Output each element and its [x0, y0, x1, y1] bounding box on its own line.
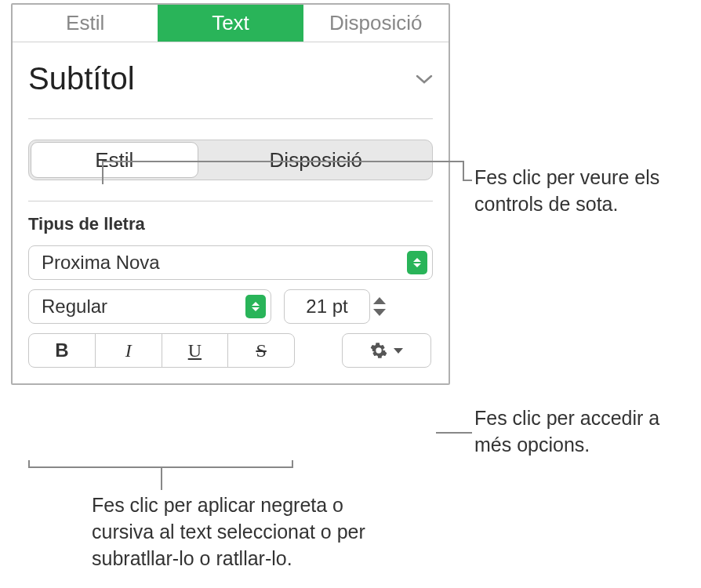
callout-leader	[436, 432, 472, 434]
popup-arrows-icon	[407, 251, 427, 274]
callout-style-buttons: Fes clic per aplicar negreta o cursiva a…	[92, 492, 390, 572]
text-style-group: B I U S	[28, 333, 295, 368]
font-size-stepper	[373, 289, 392, 324]
tab-style[interactable]: Estil	[13, 5, 158, 42]
inspector-tabs: Estil Text Disposició	[13, 5, 449, 42]
font-weight-value: Regular	[42, 296, 107, 318]
font-weight-popup[interactable]: Regular	[28, 289, 271, 324]
strikethrough-button[interactable]: S	[228, 334, 294, 367]
callout-more-options: Fes clic per accedir a més opcions.	[474, 405, 694, 459]
italic-button[interactable]: I	[96, 334, 162, 367]
font-family-value: Proxima Nova	[42, 252, 160, 274]
bold-button[interactable]: B	[29, 334, 96, 367]
callout-leader	[102, 161, 463, 162]
callout-leader	[463, 161, 464, 181]
stepper-up-button[interactable]	[373, 297, 386, 304]
font-size-value: 21 pt	[306, 296, 347, 318]
tab-layout[interactable]: Disposició	[303, 5, 449, 42]
subtab-layout[interactable]: Disposició	[200, 140, 432, 180]
font-size-field[interactable]: 21 pt	[284, 289, 370, 324]
tab-text[interactable]: Text	[158, 5, 303, 42]
chevron-down-icon	[416, 74, 433, 85]
callout-subtabs: Fes clic per veure els controls de sota.	[474, 165, 694, 218]
format-inspector-panel: Estil Text Disposició Subtítol Estil Dis…	[11, 3, 450, 385]
font-family-popup[interactable]: Proxima Nova	[28, 245, 433, 280]
paragraph-style-name: Subtítol	[28, 61, 135, 96]
gear-icon	[370, 342, 387, 359]
advanced-options-button[interactable]	[342, 333, 431, 368]
font-section-label: Tipus de lletra	[28, 214, 433, 234]
stepper-down-button[interactable]	[373, 309, 386, 316]
popup-arrows-icon	[245, 295, 266, 318]
callout-leader	[102, 161, 104, 184]
callout-leader	[161, 466, 162, 490]
font-section: Tipus de lletra Proxima Nova Regular 21 …	[13, 201, 449, 383]
subtab-style[interactable]: Estil	[31, 142, 198, 178]
divider	[28, 118, 433, 119]
paragraph-style-popup[interactable]: Subtítol	[13, 42, 449, 118]
chevron-down-icon	[394, 348, 403, 354]
font-size-group: 21 pt	[284, 289, 392, 324]
underline-button[interactable]: U	[162, 334, 229, 367]
text-subtab-control: Estil Disposició	[28, 140, 433, 180]
